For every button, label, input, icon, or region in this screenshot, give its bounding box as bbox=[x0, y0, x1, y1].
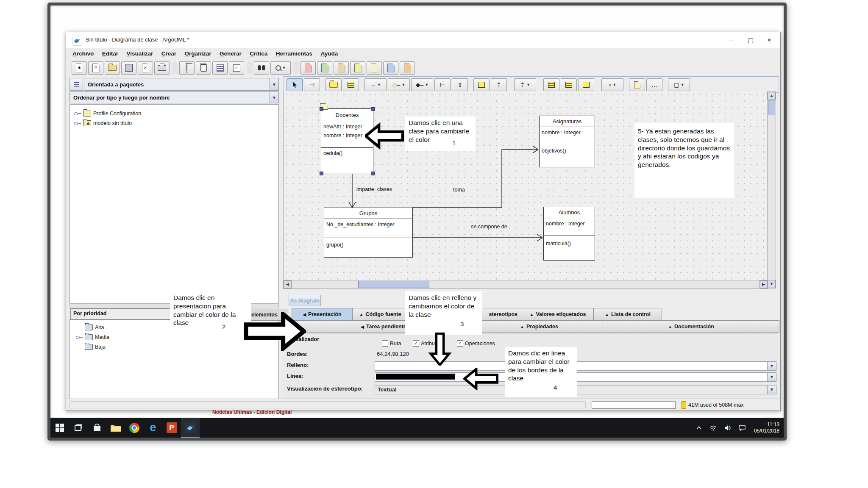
collaboration-diagram-button[interactable] bbox=[383, 61, 398, 75]
class-attribute[interactable]: No._de_estudiantes : Integer bbox=[326, 220, 412, 229]
checkbox-icon[interactable] bbox=[382, 340, 388, 347]
new-document-button[interactable]: ✱ bbox=[72, 61, 87, 75]
deployment-diagram-button[interactable] bbox=[367, 61, 382, 75]
selection-handle[interactable] bbox=[320, 107, 323, 111]
perspective-combobox[interactable]: Orientada a paquetes ▼ bbox=[84, 78, 279, 91]
scroll-left-icon[interactable]: ◀ bbox=[284, 280, 292, 288]
save-project-button[interactable] bbox=[121, 61, 136, 75]
selection-handle[interactable] bbox=[320, 172, 323, 175]
checkbox-ruta[interactable]: Ruta bbox=[382, 340, 401, 347]
datatype-tool-button[interactable]: ●▼ bbox=[601, 78, 623, 91]
presentation-app-button[interactable] bbox=[181, 418, 200, 438]
vertical-scroll-thumb[interactable] bbox=[768, 100, 775, 115]
selection-handle[interactable] bbox=[371, 172, 375, 175]
action-center-button[interactable] bbox=[736, 418, 748, 438]
todo-item-baja[interactable]: Baja bbox=[76, 342, 109, 352]
edge-button[interactable]: e bbox=[144, 418, 162, 438]
uml-class-grupos[interactable]: Grupos No._de_estudiantes : Integer grup… bbox=[324, 208, 413, 258]
checkbox-operaciones[interactable]: ✓ Operaciones bbox=[457, 340, 495, 347]
volume-button[interactable] bbox=[722, 418, 734, 438]
scroll-right-icon[interactable]: ▶ bbox=[760, 280, 768, 288]
diagram-canvas[interactable]: imparte_clases toma se compone de Docent… bbox=[283, 92, 768, 280]
horizontal-scroll-thumb[interactable] bbox=[358, 281, 429, 288]
uml-class-alumnos[interactable]: Alumnos nombre : Integer matricula() bbox=[543, 207, 595, 261]
line-color-swatch[interactable] bbox=[376, 374, 455, 380]
scroll-down-icon[interactable]: ▼ bbox=[768, 280, 776, 288]
dependency-tool-button[interactable]: ⇡▼ bbox=[514, 78, 536, 91]
order-combobox[interactable]: Ordenar por tipo y luego por nombre ▼ bbox=[70, 92, 279, 103]
chrome-button[interactable] bbox=[125, 418, 144, 438]
checkbox-icon[interactable]: ✓ bbox=[457, 340, 463, 347]
tab-documentacion[interactable]: ▲ Documentación bbox=[603, 320, 779, 333]
remove-from-diagram-button[interactable] bbox=[179, 61, 195, 75]
explorer-tree[interactable]: Profile Configuration modelo sin título bbox=[70, 104, 279, 303]
maximize-button[interactable]: ▢ bbox=[742, 35, 759, 46]
attribute-compartment-button[interactable] bbox=[543, 78, 559, 91]
todo-item-media[interactable]: Media bbox=[76, 332, 109, 342]
tree-expander-icon[interactable] bbox=[74, 112, 81, 115]
menu-visualizar[interactable]: Visualizar bbox=[126, 48, 153, 59]
chevron-down-icon[interactable]: ▼ bbox=[270, 78, 278, 90]
zoom-button[interactable]: ▼ bbox=[270, 61, 291, 75]
operation-compartment-button[interactable] bbox=[561, 78, 577, 91]
horizontal-scrollbar[interactable]: ◀ ▶ bbox=[283, 280, 768, 289]
tab-valores-etiquetados[interactable]: ▲ Valores etiquetados bbox=[522, 308, 594, 321]
boundary-tool-button[interactable]: ▢▼ bbox=[668, 78, 690, 91]
critiques-button[interactable] bbox=[212, 61, 228, 75]
selection-handle[interactable] bbox=[371, 107, 375, 111]
aggregation-tool-button[interactable]: ◇–▼ bbox=[388, 78, 410, 91]
association-label[interactable]: imparte_clases bbox=[356, 186, 392, 192]
association-tool-button[interactable]: →▼ bbox=[364, 78, 387, 91]
chevron-down-icon[interactable]: ▼ bbox=[767, 373, 776, 381]
save-as-button[interactable]: ✔ bbox=[138, 61, 153, 75]
class-attribute[interactable]: nombre : Integer bbox=[546, 219, 595, 228]
menu-editar[interactable]: Editar bbox=[102, 48, 118, 59]
class-operation[interactable]: cedula() bbox=[323, 149, 373, 158]
task-view-button[interactable] bbox=[69, 418, 88, 438]
tree-expander-icon[interactable] bbox=[76, 336, 83, 339]
menu-herramientas[interactable]: Herramientas bbox=[276, 48, 312, 59]
chevron-down-icon[interactable]: ▼ bbox=[767, 385, 776, 394]
chevron-down-icon[interactable]: ▼ bbox=[767, 362, 776, 370]
network-button[interactable] bbox=[707, 418, 719, 438]
activity-diagram-button[interactable] bbox=[350, 61, 365, 75]
print-button[interactable] bbox=[154, 61, 170, 75]
usecase-diagram-button[interactable] bbox=[300, 61, 316, 75]
more-tools-button[interactable]: … bbox=[646, 78, 662, 91]
broom-tool-button[interactable]: ⊣ bbox=[304, 78, 320, 91]
package-tool-button[interactable] bbox=[326, 78, 342, 91]
tree-item-modelo-sin-titulo[interactable]: modelo sin título bbox=[74, 120, 132, 126]
association-label[interactable]: se compone de bbox=[462, 224, 517, 230]
uml-class-asignaturas[interactable]: Asignaturas nombre : Integer objetivos() bbox=[539, 116, 595, 167]
chevron-down-icon[interactable]: ▼ bbox=[270, 92, 278, 103]
composition-tool-button[interactable]: ◆–▼ bbox=[411, 78, 433, 91]
class-operation[interactable]: grupo() bbox=[326, 241, 412, 250]
generalization-tool-button[interactable]: ⇧ bbox=[452, 78, 468, 91]
select-tool-button[interactable] bbox=[287, 78, 303, 91]
new-project-button[interactable]: P bbox=[88, 61, 103, 75]
delete-button[interactable] bbox=[196, 61, 211, 75]
bordes-value[interactable]: 64,24,98,120 bbox=[377, 351, 409, 357]
scroll-up-icon[interactable]: ▲ bbox=[768, 92, 776, 100]
uniassociation-tool-button[interactable]: ⊢ bbox=[434, 78, 451, 91]
interface-tool-button[interactable] bbox=[473, 78, 490, 91]
todo-item-alta[interactable]: Alta bbox=[76, 322, 109, 332]
association-label[interactable]: toma bbox=[453, 187, 465, 193]
find-button[interactable] bbox=[254, 61, 269, 75]
tab-as-diagram[interactable]: As Diagram bbox=[289, 295, 321, 306]
tab-codigo-fuente[interactable]: ▲ Código fuente bbox=[352, 308, 408, 321]
tray-expand-button[interactable] bbox=[693, 418, 705, 438]
start-button[interactable] bbox=[50, 418, 69, 438]
powerpoint-button[interactable]: P bbox=[162, 418, 181, 438]
close-button[interactable]: × bbox=[761, 35, 778, 46]
taskbar-clock[interactable]: 11:13 05/01/2018 bbox=[751, 421, 779, 434]
tab-propiedades[interactable]: ▲ Propiedades bbox=[475, 320, 603, 333]
menu-ayuda[interactable]: Ayuda bbox=[320, 48, 338, 59]
vertical-scrollbar[interactable]: ▲ ▼ bbox=[767, 92, 776, 288]
menu-critica[interactable]: Crítica bbox=[250, 48, 267, 59]
menu-archivo[interactable]: Archivo bbox=[72, 48, 94, 59]
menu-crear[interactable]: Crear bbox=[161, 48, 176, 59]
tree-item-profile-configuration[interactable]: Profile Configuration bbox=[74, 111, 141, 116]
file-explorer-button[interactable] bbox=[106, 418, 125, 438]
class-operation[interactable]: matricula() bbox=[546, 239, 595, 248]
